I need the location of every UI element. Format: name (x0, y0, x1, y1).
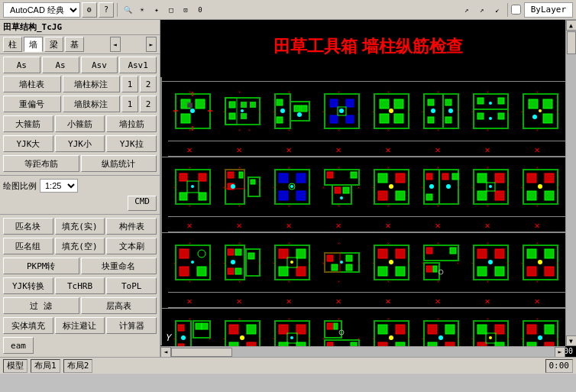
repeat-num-btn[interactable]: 重偏号 (3, 96, 61, 112)
svg-text:×: × (238, 166, 241, 170)
component-table-btn[interactable]: 构件表 (106, 218, 157, 235)
scroll-left-btn[interactable]: ◄ (160, 347, 171, 358)
arrow1-icon[interactable]: ↗ (460, 3, 474, 17)
cmd-btn[interactable]: CMD (128, 196, 157, 211)
block-rename-btn[interactable]: 块重命名 (81, 258, 157, 274)
scale-dropdown[interactable]: 1:25 1:50 1:100 (40, 179, 78, 193)
svg-rect-256 (426, 266, 432, 272)
svg-text:×: × (471, 336, 474, 341)
vertical-scrollbar[interactable]: ▲ ▼ (565, 20, 576, 346)
scroll-right-btn[interactable]: ► (555, 347, 565, 358)
sun-icon[interactable]: ☀ (135, 3, 149, 17)
as1-btn[interactable]: As (3, 57, 40, 73)
scroll-down-btn[interactable]: ▼ (566, 335, 577, 346)
big-stirrup-btn[interactable]: 大箍筋 (3, 115, 53, 132)
status-model: 模型 (3, 359, 28, 373)
match-block-btn[interactable]: 匹名块 (3, 218, 53, 235)
scroll-h-track[interactable] (171, 347, 555, 358)
as2-btn[interactable]: As (42, 57, 79, 73)
svg-rect-355 (477, 325, 487, 334)
tab-base[interactable]: 基 (65, 37, 84, 52)
svg-text:×: × (258, 185, 260, 190)
star-icon[interactable]: ✦ (150, 3, 163, 17)
arrow3-icon[interactable]: ↙ (490, 3, 504, 17)
tab-column[interactable]: 柱 (3, 37, 22, 52)
yjk-big-btn[interactable]: YJK大 (3, 135, 53, 152)
fill-solid-btn[interactable]: 填充(实) (55, 218, 105, 235)
scroll-up-btn[interactable]: ▲ (566, 20, 577, 31)
text-brush-btn[interactable]: 文本刷 (106, 238, 157, 254)
cell-1-8: × × × × (516, 81, 565, 141)
box-icon[interactable]: □ (164, 3, 178, 17)
wall-col-table-btn[interactable]: 墙柱表 (3, 76, 61, 92)
yjk-pull-btn[interactable]: YJK拉 (106, 135, 157, 152)
asv1-btn[interactable]: Asv1 (119, 57, 157, 73)
wall-limb-btn[interactable]: 墙肢标注 (63, 96, 121, 112)
calculator-btn[interactable]: 计算器 (106, 317, 157, 334)
match-group-btn[interactable]: 匹名组 (3, 238, 53, 254)
svg-text:×: × (338, 317, 340, 321)
small-stirrup-btn[interactable]: 小箍筋 (55, 115, 105, 132)
pkpm-convert-btn[interactable]: PKPM转 (3, 258, 79, 274)
eam-btn[interactable]: eam (3, 337, 34, 354)
copy-icon[interactable]: ⊡ (179, 3, 193, 17)
svg-text:✕: ✕ (186, 220, 192, 231)
floor-height-btn[interactable]: 层高表 (81, 297, 157, 314)
tchrb-btn[interactable]: TcHRB (55, 277, 105, 294)
help-icon[interactable]: ? (99, 2, 114, 18)
settings-icon[interactable]: ⚙ (82, 2, 97, 18)
svg-rect-264 (477, 249, 487, 258)
wall-col-1-btn[interactable]: 1 (121, 76, 138, 92)
svg-point-175 (489, 185, 492, 188)
zoom-icon[interactable]: 🔍 (121, 3, 134, 17)
svg-text:×: × (288, 241, 290, 245)
workspace-dropdown[interactable]: AutoCAD 经典 (3, 2, 80, 18)
svg-point-78 (489, 102, 492, 105)
svg-text:✕: ✕ (484, 220, 490, 231)
svg-text:×: × (338, 166, 340, 170)
yjk-small-btn[interactable]: YJK小 (55, 135, 105, 152)
tab-next[interactable]: ► (146, 37, 157, 52)
svg-rect-19 (250, 102, 256, 108)
topl-btn[interactable]: ToPL (106, 277, 157, 294)
dim-avoid-btn[interactable]: 标注避让 (55, 317, 105, 334)
svg-rect-76 (477, 113, 484, 119)
filter-btn[interactable]: 过 滤 (3, 297, 79, 314)
svg-text:×: × (308, 109, 310, 114)
svg-rect-235 (346, 255, 352, 261)
status-layout[interactable]: 布局1 (31, 359, 60, 373)
scroll-h-thumb[interactable] (171, 348, 232, 357)
wall-tie-btn[interactable]: 墙拉筋 (106, 115, 157, 132)
bylayer-checkbox[interactable] (511, 5, 521, 15)
scroll-thumb[interactable] (567, 31, 576, 54)
tab-wall[interactable]: 墙 (24, 37, 43, 52)
fill-empty-btn[interactable]: 填充(空) (55, 238, 105, 254)
scroll-track[interactable] (566, 31, 577, 335)
svg-text:✕: ✕ (335, 220, 341, 231)
svg-text:✕: ✕ (286, 220, 291, 231)
svg-rect-214 (248, 253, 254, 259)
svg-text:×: × (338, 241, 340, 245)
vertical-stat-btn[interactable]: 纵筋统计 (81, 155, 157, 172)
tab-prev[interactable]: ◄ (110, 37, 121, 52)
yjk-convert-btn[interactable]: YJK转换 (3, 277, 53, 294)
horizontal-scrollbar[interactable]: ◄ ► (160, 346, 565, 357)
repeat-row: 重偏号 墙肢标注 1 2 (0, 94, 160, 114)
svg-rect-221 (279, 249, 288, 258)
svg-text:×: × (471, 185, 474, 190)
svg-rect-267 (495, 249, 504, 258)
entity-fill-btn[interactable]: 实体填充 (3, 317, 53, 334)
wall-col-note-btn[interactable]: 墙柱标注 (63, 76, 121, 92)
asv-btn[interactable]: Asv (81, 57, 118, 73)
svg-text:✕: ✕ (534, 220, 539, 231)
repeat-1-btn[interactable]: 1 (121, 96, 138, 112)
tab-beam[interactable]: 梁 (44, 37, 63, 52)
svg-point-237 (340, 261, 343, 264)
equal-spacing-btn[interactable]: 等距布筋 (3, 155, 79, 172)
svg-rect-244 (396, 249, 405, 258)
arrow2-icon[interactable]: ↗ (475, 3, 489, 17)
status-layout2[interactable]: 布局2 (63, 359, 93, 373)
svg-point-108 (191, 185, 194, 188)
repeat-2-btn[interactable]: 2 (140, 96, 157, 112)
wall-col-2-btn[interactable]: 2 (140, 76, 157, 92)
